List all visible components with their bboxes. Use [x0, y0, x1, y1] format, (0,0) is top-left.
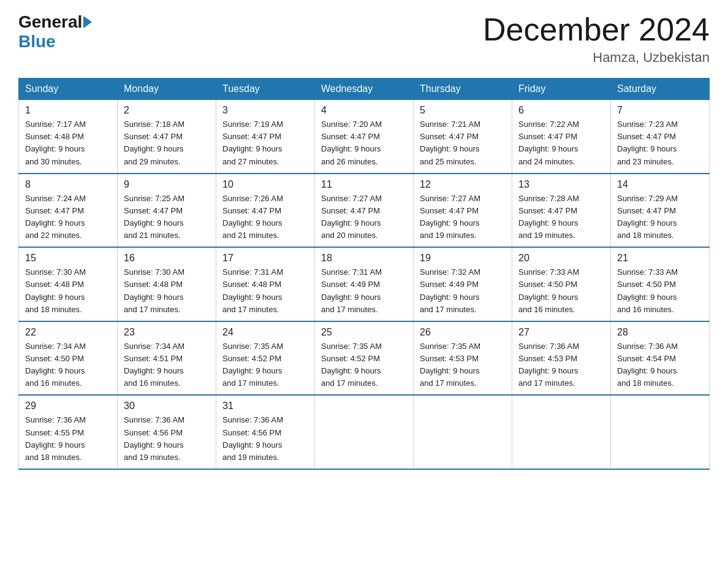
day-info: Sunrise: 7:32 AM Sunset: 4:49 PM Dayligh…: [420, 266, 506, 316]
table-row: 22 Sunrise: 7:34 AM Sunset: 4:50 PM Dayl…: [19, 321, 118, 396]
day-number: 1: [25, 105, 111, 116]
table-row: 7 Sunrise: 7:23 AM Sunset: 4:47 PM Dayli…: [611, 100, 710, 174]
day-number: 17: [222, 253, 308, 264]
table-row: [611, 395, 710, 469]
table-row: [315, 395, 414, 469]
day-number: 21: [617, 253, 703, 264]
table-row: 3 Sunrise: 7:19 AM Sunset: 4:47 PM Dayli…: [216, 100, 315, 174]
day-number: 28: [617, 327, 703, 338]
day-number: 8: [25, 179, 111, 190]
day-number: 7: [617, 105, 703, 116]
day-number: 30: [124, 400, 210, 412]
col-sunday: Sunday: [19, 79, 118, 100]
day-info: Sunrise: 7:35 AM Sunset: 4:52 PM Dayligh…: [321, 340, 407, 390]
week-row-3: 15 Sunrise: 7:30 AM Sunset: 4:48 PM Dayl…: [19, 247, 710, 321]
day-number: 25: [321, 327, 407, 338]
day-number: 11: [321, 179, 407, 190]
table-row: 30 Sunrise: 7:36 AM Sunset: 4:56 PM Dayl…: [118, 395, 216, 469]
day-number: 24: [222, 327, 308, 338]
day-number: 23: [124, 327, 210, 338]
day-info: Sunrise: 7:22 AM Sunset: 4:47 PM Dayligh…: [518, 118, 604, 168]
table-row: 25 Sunrise: 7:35 AM Sunset: 4:52 PM Dayl…: [315, 321, 414, 396]
day-info: Sunrise: 7:36 AM Sunset: 4:56 PM Dayligh…: [222, 414, 308, 464]
table-row: 26 Sunrise: 7:35 AM Sunset: 4:53 PM Dayl…: [414, 321, 512, 396]
day-number: 31: [222, 400, 308, 412]
day-info: Sunrise: 7:33 AM Sunset: 4:50 PM Dayligh…: [617, 266, 703, 316]
logo-arrow-icon: [83, 16, 92, 28]
table-row: 21 Sunrise: 7:33 AM Sunset: 4:50 PM Dayl…: [611, 247, 710, 321]
day-info: Sunrise: 7:19 AM Sunset: 4:47 PM Dayligh…: [222, 118, 308, 168]
day-number: 27: [518, 327, 604, 338]
day-info: Sunrise: 7:21 AM Sunset: 4:47 PM Dayligh…: [420, 118, 506, 168]
day-info: Sunrise: 7:36 AM Sunset: 4:56 PM Dayligh…: [124, 414, 210, 464]
table-row: 6 Sunrise: 7:22 AM Sunset: 4:47 PM Dayli…: [512, 100, 611, 174]
day-info: Sunrise: 7:27 AM Sunset: 4:47 PM Dayligh…: [321, 193, 407, 242]
day-info: Sunrise: 7:34 AM Sunset: 4:50 PM Dayligh…: [25, 340, 111, 390]
location-text: Hamza, Uzbekistan: [483, 50, 710, 66]
day-number: 13: [518, 179, 604, 190]
week-row-4: 22 Sunrise: 7:34 AM Sunset: 4:50 PM Dayl…: [19, 321, 710, 396]
day-info: Sunrise: 7:28 AM Sunset: 4:47 PM Dayligh…: [518, 193, 604, 242]
col-wednesday: Wednesday: [315, 79, 414, 100]
day-number: 15: [25, 253, 111, 264]
day-number: 3: [222, 105, 308, 116]
calendar-table: Sunday Monday Tuesday Wednesday Thursday…: [18, 78, 710, 470]
table-row: 24 Sunrise: 7:35 AM Sunset: 4:52 PM Dayl…: [216, 321, 315, 396]
table-row: 4 Sunrise: 7:20 AM Sunset: 4:47 PM Dayli…: [315, 100, 414, 174]
day-number: 20: [518, 253, 604, 264]
page-header: General Blue December 2024 Hamza, Uzbeki…: [18, 12, 710, 66]
logo-general-text: General: [18, 12, 82, 32]
day-number: 18: [321, 253, 407, 264]
table-row: [414, 395, 512, 469]
col-monday: Monday: [118, 79, 216, 100]
day-info: Sunrise: 7:36 AM Sunset: 4:55 PM Dayligh…: [25, 414, 111, 464]
day-number: 6: [518, 105, 604, 116]
table-row: 15 Sunrise: 7:30 AM Sunset: 4:48 PM Dayl…: [19, 247, 118, 321]
week-row-2: 8 Sunrise: 7:24 AM Sunset: 4:47 PM Dayli…: [19, 174, 710, 248]
table-row: 29 Sunrise: 7:36 AM Sunset: 4:55 PM Dayl…: [19, 395, 118, 469]
day-info: Sunrise: 7:27 AM Sunset: 4:47 PM Dayligh…: [420, 193, 506, 242]
col-saturday: Saturday: [611, 79, 710, 100]
day-info: Sunrise: 7:31 AM Sunset: 4:49 PM Dayligh…: [321, 266, 407, 316]
day-number: 5: [420, 105, 506, 116]
table-row: 12 Sunrise: 7:27 AM Sunset: 4:47 PM Dayl…: [414, 174, 512, 248]
table-row: 20 Sunrise: 7:33 AM Sunset: 4:50 PM Dayl…: [512, 247, 611, 321]
day-number: 22: [25, 327, 111, 338]
day-number: 26: [420, 327, 506, 338]
header-row: Sunday Monday Tuesday Wednesday Thursday…: [19, 79, 710, 100]
day-number: 2: [124, 105, 210, 116]
day-number: 10: [222, 179, 308, 190]
day-number: 9: [124, 179, 210, 190]
table-row: 13 Sunrise: 7:28 AM Sunset: 4:47 PM Dayl…: [512, 174, 611, 248]
table-row: 19 Sunrise: 7:32 AM Sunset: 4:49 PM Dayl…: [414, 247, 512, 321]
logo-blue-text: Blue: [18, 32, 56, 51]
table-row: 16 Sunrise: 7:30 AM Sunset: 4:48 PM Dayl…: [118, 247, 216, 321]
table-row: 2 Sunrise: 7:18 AM Sunset: 4:47 PM Dayli…: [118, 100, 216, 174]
logo: General Blue: [18, 12, 93, 52]
day-number: 29: [25, 400, 111, 412]
day-number: 16: [124, 253, 210, 264]
table-row: 14 Sunrise: 7:29 AM Sunset: 4:47 PM Dayl…: [611, 174, 710, 248]
day-info: Sunrise: 7:23 AM Sunset: 4:47 PM Dayligh…: [617, 118, 703, 168]
day-info: Sunrise: 7:20 AM Sunset: 4:47 PM Dayligh…: [321, 118, 407, 168]
table-row: 31 Sunrise: 7:36 AM Sunset: 4:56 PM Dayl…: [216, 395, 315, 469]
table-row: 27 Sunrise: 7:36 AM Sunset: 4:53 PM Dayl…: [512, 321, 611, 396]
day-info: Sunrise: 7:35 AM Sunset: 4:52 PM Dayligh…: [222, 340, 308, 390]
day-info: Sunrise: 7:34 AM Sunset: 4:51 PM Dayligh…: [124, 340, 210, 390]
day-number: 12: [420, 179, 506, 190]
table-row: 18 Sunrise: 7:31 AM Sunset: 4:49 PM Dayl…: [315, 247, 414, 321]
calendar-body: 1 Sunrise: 7:17 AM Sunset: 4:48 PM Dayli…: [19, 100, 710, 469]
day-info: Sunrise: 7:24 AM Sunset: 4:47 PM Dayligh…: [25, 193, 111, 242]
table-row: 17 Sunrise: 7:31 AM Sunset: 4:48 PM Dayl…: [216, 247, 315, 321]
day-info: Sunrise: 7:33 AM Sunset: 4:50 PM Dayligh…: [518, 266, 604, 316]
day-number: 4: [321, 105, 407, 116]
day-info: Sunrise: 7:36 AM Sunset: 4:54 PM Dayligh…: [617, 340, 703, 390]
day-info: Sunrise: 7:29 AM Sunset: 4:47 PM Dayligh…: [617, 193, 703, 242]
day-info: Sunrise: 7:36 AM Sunset: 4:53 PM Dayligh…: [518, 340, 604, 390]
table-row: 10 Sunrise: 7:26 AM Sunset: 4:47 PM Dayl…: [216, 174, 315, 248]
table-row: 8 Sunrise: 7:24 AM Sunset: 4:47 PM Dayli…: [19, 174, 118, 248]
col-friday: Friday: [512, 79, 611, 100]
month-title: December 2024: [483, 12, 710, 47]
table-row: 1 Sunrise: 7:17 AM Sunset: 4:48 PM Dayli…: [19, 100, 118, 174]
table-row: 11 Sunrise: 7:27 AM Sunset: 4:47 PM Dayl…: [315, 174, 414, 248]
